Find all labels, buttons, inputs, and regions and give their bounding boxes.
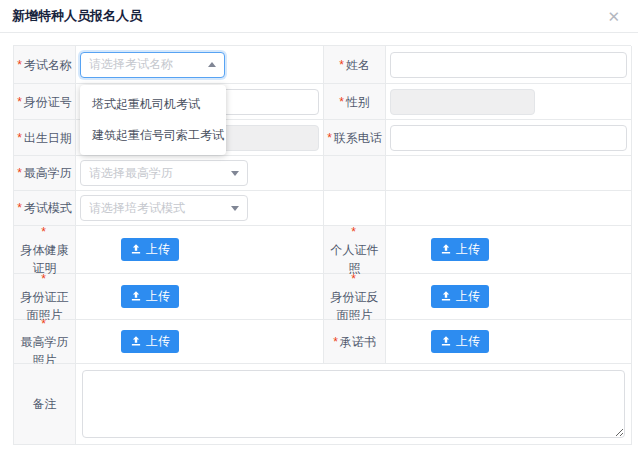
education-select[interactable]: 请选择最高学历 (80, 160, 248, 186)
dropdown-option-signal-worker[interactable]: 建筑起重信号司索工考试 (80, 120, 226, 151)
education-photo-upload-button[interactable]: 上传 (121, 330, 179, 352)
exam-mode-select[interactable]: 请选择培考试模式 (80, 195, 248, 221)
health-cert-label: *身体健康证明 (14, 226, 76, 274)
gender-label: *性别 (324, 84, 386, 120)
id-front-label: *身份证正面照片 (14, 274, 76, 320)
gender-input (390, 89, 535, 115)
required-star: * (327, 129, 332, 147)
exam-name-select[interactable]: 请选择考试名称 (80, 52, 225, 78)
id-front-cell: 上传 (76, 274, 324, 320)
required-star: * (17, 164, 22, 182)
commitment-label: *承诺书 (324, 320, 386, 364)
registration-form-table: *考试名称 请选择考试名称 塔式起重机司机考试 建筑起重信号司索工考试 *姓名 … (13, 45, 631, 445)
exam-mode-placeholder: 请选择培考试模式 (89, 200, 225, 217)
required-star: * (41, 223, 46, 241)
id-back-upload-button[interactable]: 上传 (431, 285, 489, 307)
required-star: * (17, 129, 22, 147)
birth-date-label: *出生日期 (14, 120, 76, 156)
dialog-title: 新增特种人员报名人员 (12, 7, 142, 25)
personal-photo-upload-button[interactable]: 上传 (431, 238, 489, 260)
remarks-label: 备注 (14, 364, 76, 445)
gender-cell (386, 84, 632, 120)
remarks-cell (76, 364, 632, 445)
personal-photo-label: *个人证件照 (324, 226, 386, 274)
exam-name-dropdown: 塔式起重机司机考试 建筑起重信号司索工考试 (80, 85, 226, 155)
required-star: * (333, 333, 338, 351)
required-star: * (17, 56, 22, 74)
empty-content-cell (386, 156, 632, 191)
health-cert-upload-button[interactable]: 上传 (121, 238, 179, 260)
dropdown-option-tower-crane[interactable]: 塔式起重机司机考试 (80, 89, 226, 120)
remarks-textarea[interactable] (82, 370, 625, 438)
upload-icon (440, 335, 452, 347)
upload-icon (130, 243, 142, 255)
exam-name-label: *考试名称 (14, 46, 76, 84)
phone-label: *联系电话 (324, 120, 386, 156)
commitment-upload-button[interactable]: 上传 (431, 330, 489, 352)
required-star: * (339, 56, 344, 74)
upload-icon (130, 335, 142, 347)
required-star: * (41, 315, 46, 333)
required-star: * (41, 270, 46, 288)
exam-mode-cell: 请选择培考试模式 (76, 191, 324, 226)
phone-cell (386, 120, 632, 156)
education-placeholder: 请选择最高学历 (89, 165, 225, 182)
education-photo-label: *最高学历照片 (14, 320, 76, 364)
id-back-cell: 上传 (386, 274, 632, 320)
required-star: * (339, 93, 344, 111)
chevron-down-icon (231, 171, 239, 176)
education-label: *最高学历 (14, 156, 76, 191)
id-number-label: *身份证号 (14, 84, 76, 120)
name-label: *姓名 (324, 46, 386, 84)
exam-name-cell: 请选择考试名称 塔式起重机司机考试 建筑起重信号司索工考试 (76, 46, 324, 84)
name-input[interactable] (390, 52, 627, 78)
required-star: * (17, 199, 22, 217)
education-cell: 请选择最高学历 (76, 156, 324, 191)
commitment-cell: 上传 (386, 320, 632, 364)
name-cell (386, 46, 632, 84)
health-cert-cell: 上传 (76, 226, 324, 274)
upload-icon (440, 290, 452, 302)
chevron-up-icon (208, 62, 216, 67)
add-special-personnel-dialog: 新增特种人员报名人员 ✕ *考试名称 请选择考试名称 塔式起重机司机考试 建筑起… (0, 0, 638, 453)
id-back-label: *身份证反面照片 (324, 274, 386, 320)
chevron-down-icon (231, 206, 239, 211)
required-star: * (17, 93, 22, 111)
empty-label-cell (324, 156, 386, 191)
id-front-upload-button[interactable]: 上传 (121, 285, 179, 307)
close-icon[interactable]: ✕ (603, 7, 624, 26)
exam-mode-label: *考试模式 (14, 191, 76, 226)
empty-content-cell (386, 191, 632, 226)
required-star: * (351, 270, 356, 288)
exam-name-placeholder: 请选择考试名称 (89, 56, 202, 73)
dialog-header: 新增特种人员报名人员 ✕ (0, 0, 638, 33)
upload-icon (130, 290, 142, 302)
empty-label-cell (324, 191, 386, 226)
upload-icon (440, 243, 452, 255)
phone-input[interactable] (390, 125, 627, 151)
personal-photo-cell: 上传 (386, 226, 632, 274)
required-star: * (351, 223, 356, 241)
education-photo-cell: 上传 (76, 320, 324, 364)
